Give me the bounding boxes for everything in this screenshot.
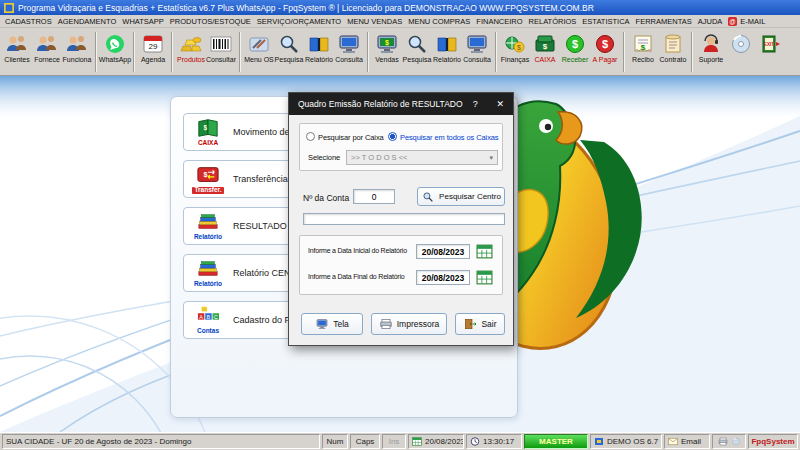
toolbar-button-agenda[interactable]: 29Agenda	[138, 30, 168, 64]
impressora-button[interactable]: Impressora	[371, 313, 447, 335]
sidebar-icon-caption: CAIXA	[196, 140, 220, 147]
toolbar-button-exit-icon[interactable]: EXIT	[756, 30, 786, 56]
toolbar-button-label: Clientes	[4, 56, 29, 64]
status-email-button[interactable]: Email	[664, 434, 710, 449]
toolbar-button-funciona[interactable]: Funciona	[62, 30, 92, 64]
toolbar-button-cd-icon[interactable]	[726, 30, 756, 56]
search-icon	[404, 31, 430, 56]
chevron-down-icon: ▾	[489, 154, 493, 162]
svg-text:$: $	[517, 44, 521, 51]
sair-button-label: Sair	[481, 319, 496, 329]
menu-item-menu-compras[interactable]: MENU COMPRAS	[405, 17, 473, 26]
data-final-label: Informe a Data Final do Relatório	[308, 273, 405, 280]
impressora-button-label: Impressora	[397, 319, 440, 329]
toolbar-button-menu-os[interactable]: Menu OS	[244, 30, 274, 64]
status-quick-icons[interactable]	[712, 434, 746, 449]
status-date: 20/08/2023	[408, 434, 464, 449]
radio-pesquisar-por-caixa[interactable]	[306, 132, 315, 141]
menu-item-relatorios[interactable]: RELATÓRIOS	[526, 17, 580, 26]
caixa-select[interactable]: >> T O D O S << ▾	[346, 150, 498, 165]
printer-icon[interactable]	[718, 437, 728, 446]
menu-item-menu-vendas[interactable]: MENU VENDAS	[344, 17, 405, 26]
status-brand: FpqSystem	[748, 434, 798, 449]
svg-text:$: $	[543, 42, 548, 51]
centro-input[interactable]	[303, 213, 505, 225]
calendar-mini-icon	[412, 437, 422, 446]
sair-button[interactable]: Sair	[455, 313, 505, 335]
dialog-title-bar[interactable]: Quadro Emissão Relatório de RESULTADO ? …	[289, 93, 513, 115]
toolbar-button-consulta[interactable]: Consulta	[334, 30, 364, 64]
chip-icon	[594, 437, 604, 446]
toolbar-separator	[691, 32, 693, 72]
svg-text:$: $	[203, 124, 207, 132]
toolbar-button-label: CAIXA	[534, 56, 555, 64]
menu-item-e-mail[interactable]: E-MAIL	[737, 17, 768, 26]
data-final-input[interactable]: 20/08/2023	[416, 270, 470, 285]
support-icon	[698, 31, 724, 56]
toolbar-button-a-pagar[interactable]: $A Pagar	[590, 30, 620, 64]
printer-icon	[379, 318, 393, 330]
date-range-group: Informe a Data Inicial do Relatório 20/0…	[299, 235, 503, 295]
toolbar-button-pesquisa[interactable]: Pesquisa	[274, 30, 304, 64]
toolbar-button-consultar[interactable]: Consultar	[206, 30, 236, 64]
toolbar-separator	[495, 32, 497, 72]
calendar-icon: 29	[140, 31, 166, 56]
svg-text:C: C	[214, 314, 218, 320]
conta-input[interactable]: 0	[353, 189, 395, 204]
sidebar-button-icon: ABCContas	[190, 305, 226, 335]
toolbar-button-whatsapp[interactable]: WhatsApp	[100, 30, 130, 64]
tela-button[interactable]: Tela	[301, 313, 363, 335]
pesquisar-centro-button[interactable]: Pesquisar Centro	[417, 187, 505, 206]
toolbar-separator	[133, 32, 135, 72]
search-icon	[276, 31, 302, 56]
search-icon	[421, 191, 435, 203]
toolbar-button-label: Pesquisa	[275, 56, 304, 64]
data-inicial-input[interactable]: 20/08/2023	[416, 244, 470, 259]
cd-icon	[728, 31, 754, 56]
status-version-value: DEMO OS 6.7	[607, 437, 658, 446]
exit-door-icon	[463, 318, 477, 330]
monitor-icon	[315, 318, 329, 330]
menu-item-agendamento[interactable]: AGENDAMENTO	[55, 17, 120, 26]
status-bar: SUA CIDADE - UF 20 de Agosto de 2023 - D…	[0, 432, 800, 450]
cash-book-icon: $	[195, 117, 221, 139]
toolbar-button-receber[interactable]: $Receber	[560, 30, 590, 64]
menu-item-produtos-estoque[interactable]: PRODUTOS/ESTOQUE	[167, 17, 254, 26]
sale-monitor-icon: $	[374, 31, 400, 56]
toolbar-button-relatorio[interactable]: Relatório	[304, 30, 334, 64]
toolbar-button-recibo[interactable]: $Recibo	[628, 30, 658, 64]
toolbar-button-vendas[interactable]: $Vendas	[372, 30, 402, 64]
calendar-picker-icon[interactable]	[476, 244, 493, 259]
toolbar: ClientesForneceFuncionaWhatsApp29AgendaP…	[0, 28, 800, 76]
monitor-icon	[464, 31, 490, 56]
menu-item-estatistica[interactable]: ESTATISTICA	[579, 17, 632, 26]
dialog-close-button[interactable]: ✕	[488, 93, 513, 115]
menu-item-servico-orcamento[interactable]: SERVIÇO/ORÇAMENTO	[254, 17, 344, 26]
toolbar-button-consulta[interactable]: Consulta	[462, 30, 492, 64]
toolbar-button-fornece[interactable]: Fornece	[32, 30, 62, 64]
toolbar-button-contrato[interactable]: Contrato	[658, 30, 688, 64]
menu-item-whatsapp[interactable]: WHATSAPP	[119, 17, 167, 26]
toolbar-button-clientes[interactable]: Clientes	[2, 30, 32, 64]
status-email-label: Email	[681, 437, 701, 446]
radio-pesquisar-todos-caixas-label: Pesquisar em todos os Caixas	[400, 133, 499, 142]
menu-item-ferramentas[interactable]: FERRAMENTAS	[633, 17, 695, 26]
app-icon	[4, 3, 14, 13]
cd-icon[interactable]	[731, 437, 741, 446]
toolbar-button-pesquisa[interactable]: Pesquisa	[402, 30, 432, 64]
status-insert: Ins	[382, 434, 406, 449]
calendar-picker-icon[interactable]	[476, 270, 493, 285]
dialog-help-button[interactable]: ?	[463, 93, 488, 115]
menu-item-ajuda[interactable]: AJUDA	[695, 17, 726, 26]
menu-item-financeiro[interactable]: FINANCEIRO	[473, 17, 525, 26]
radio-pesquisar-todos-caixas[interactable]	[388, 132, 397, 141]
svg-text:$: $	[572, 38, 578, 50]
toolbar-button-caixa[interactable]: $CAIXA	[530, 30, 560, 64]
toolbar-button-label: Recibo	[632, 56, 654, 64]
menu-item-cadastros[interactable]: CADASTROS	[2, 17, 55, 26]
toolbar-button-financas[interactable]: $Finanças	[500, 30, 530, 64]
toolbar-button-relatorio[interactable]: Relatório	[432, 30, 462, 64]
email-menu-icon: @	[728, 17, 737, 26]
toolbar-button-suporte[interactable]: Suporte	[696, 30, 726, 64]
toolbar-button-produtos[interactable]: Produtos	[176, 30, 206, 64]
